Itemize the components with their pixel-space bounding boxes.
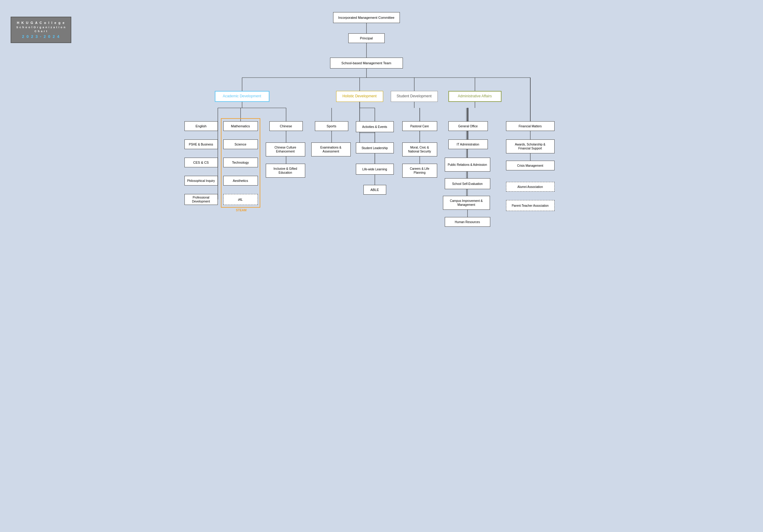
holistic-node: Holistic Development — [336, 91, 383, 102]
phil-node: Philosophical Inquiry — [184, 176, 218, 186]
activities-node: Activities & Events — [356, 121, 394, 132]
pshe-node: PSHE & Business — [184, 139, 218, 149]
english-node: English — [184, 121, 218, 131]
hr-node: Human Resources — [445, 217, 490, 227]
general-office-node: General Office — [448, 121, 488, 131]
org-year: 2 0 2 3 - 2 0 2 4 — [16, 34, 66, 40]
smt-node: School-based Management Team — [330, 57, 403, 68]
org-name: H K U G A C o l l e g e — [16, 20, 66, 26]
alumni-node: Alumni Association — [506, 182, 555, 192]
admin-node: Administrative Affairs — [448, 91, 501, 102]
campus-node: Campus Improvement & Management — [443, 196, 490, 210]
pr-node: Public Relations & Admission — [445, 158, 490, 172]
science-node: Science — [223, 139, 258, 149]
student-lead-node: Student Leadership — [356, 142, 394, 153]
eval-node: School Self-Evaluation — [445, 178, 490, 189]
steam-label: STEAM — [236, 209, 247, 212]
title-box: H K U G A C o l l e g e S c h o o l O r … — [11, 17, 71, 43]
imc-node: Incorporated Management Committee — [333, 12, 400, 23]
it-admin-node: IT Administration — [448, 139, 488, 149]
student-dev-node: Student Development — [391, 91, 438, 102]
aesthetics-node: Aesthetics — [223, 176, 258, 186]
sports-node: Sports — [315, 121, 348, 131]
crisis-node: Crisis Management — [506, 161, 555, 170]
ige-node: Inclusive & Gifted Education — [266, 164, 305, 178]
careers-node: Careers & Life Planning — [402, 164, 437, 178]
ces-node: CES & CS — [184, 158, 218, 167]
moral-node: Moral, Civic & National Security — [402, 142, 437, 156]
org-subtitle: S c h o o l O r g a n i z a t i o n C h … — [16, 26, 66, 34]
financial-node: Financial Matters — [506, 121, 555, 131]
profdev-node: Professional Development — [184, 194, 218, 205]
pta-node: Parent-Teacher Association — [506, 200, 555, 211]
life-wide-node: Life-wide Learning — [356, 164, 394, 175]
awards-node: Awards, Scholarship & Financial Support — [506, 139, 555, 153]
principal-node: Principal — [348, 33, 385, 43]
chinese-node: Chinese — [270, 121, 303, 131]
math-node: Mathematics — [223, 121, 258, 131]
tech-node: Technology — [223, 158, 258, 167]
exam-node: Examinations & Assessment — [311, 142, 351, 156]
cce-node: Chinese Culture Enhancement — [266, 142, 305, 156]
ial-node: iAL — [223, 194, 258, 205]
academic-node: Academic Development — [215, 91, 270, 102]
pastoral-node: Pastoral Care — [402, 121, 437, 131]
able-node: ABLE — [364, 185, 386, 195]
